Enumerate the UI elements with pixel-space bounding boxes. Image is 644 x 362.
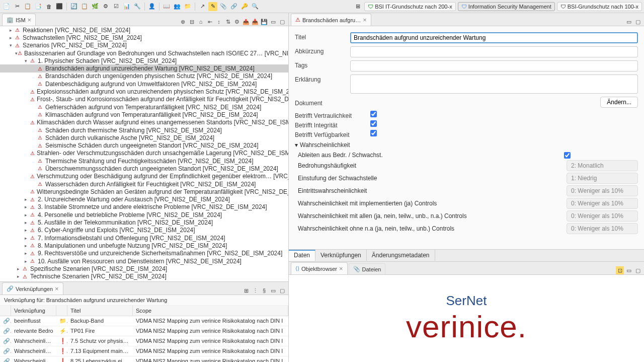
toolbar-icon[interactable]: ↗ xyxy=(198,2,207,11)
disclosure-icon[interactable]: ▸ xyxy=(23,220,29,225)
btab-daten[interactable]: Daten xyxy=(289,250,315,261)
toolbar-icon[interactable]: ⊞ xyxy=(242,286,250,295)
select-bedrohung[interactable]: 2: Monatlich xyxy=(567,160,638,171)
select-ohne[interactable]: 0: Weniger als 10% xyxy=(567,223,638,234)
table-row[interactable]: 🔗Wahrscheinlichk❗7.5 Schutz vor physisch… xyxy=(0,336,288,346)
close-icon[interactable]: × xyxy=(339,265,343,272)
select-einstufung[interactable]: 1: Niedrig xyxy=(567,173,638,184)
toolbar-icon[interactable]: § xyxy=(260,286,268,295)
toolbar-icon[interactable]: 📄 xyxy=(2,2,11,11)
toolbar-icon[interactable]: 📖 xyxy=(162,2,171,11)
editor-tab[interactable]: Brandschäden aufgru… × xyxy=(291,14,371,26)
tree-row[interactable]: ▸5. Ausfälle in der Telekommunikation [V… xyxy=(0,219,288,226)
perspective-bsi-100[interactable]: 🛡BSI-Grundschutz nach 100-x xyxy=(557,2,642,11)
disclosure-icon[interactable]: ▾ xyxy=(8,43,14,48)
disclosure-icon[interactable]: ▸ xyxy=(23,204,29,209)
table-row[interactable]: 🔗beeinflusst📁Backup-BandVDMA NIS2 Mappin… xyxy=(0,316,288,326)
btab-verknuepfungen[interactable]: Verknüpfungen xyxy=(315,250,367,261)
tree-row[interactable]: Brandschäden aufgrund unzureichender War… xyxy=(0,64,288,72)
tab-verknuepfungen[interactable]: 🔗Verknüpfungen × xyxy=(2,282,63,295)
tree-row[interactable]: ▸10. Ausfälle von Ressourcen und Dienstl… xyxy=(0,257,288,265)
table-row[interactable]: 🔗Wahrscheinlichk❗7.13 Equipment maintena… xyxy=(0,346,288,356)
tree-row[interactable]: Klimaschäden aufgrund von Temperaturanfä… xyxy=(0,111,288,118)
tree-row[interactable]: Datenbeschädigung aufgrund von Umweltfak… xyxy=(0,80,288,88)
toolbar-icon[interactable]: 🌿 xyxy=(91,2,100,11)
maximize-icon[interactable]: ▢ xyxy=(278,18,286,26)
tab-ism[interactable]: 🏢ISM × xyxy=(2,14,36,26)
tree-row[interactable]: Überschwemmungsschäden durch ungeeignete… xyxy=(0,165,288,172)
disclosure-icon[interactable]: ▾ xyxy=(23,58,29,63)
select-allen[interactable]: 0: Weniger als 10% xyxy=(567,210,638,222)
minimize-icon[interactable]: ▭ xyxy=(269,286,277,295)
disclosure-icon[interactable]: ▸ xyxy=(8,28,14,33)
tree-row[interactable]: Klimaschäden durch Wasser aufgrund eines… xyxy=(0,119,288,126)
maximize-icon[interactable]: ▢ xyxy=(634,18,642,26)
menu-icon[interactable]: ⚙ xyxy=(233,18,241,26)
perspective-switch-icon[interactable]: ⊞ xyxy=(353,2,362,11)
search-icon[interactable]: 🔍 xyxy=(251,2,260,11)
toolbar-icon[interactable]: ⋮ xyxy=(251,286,259,295)
attach-icon[interactable]: 📎 xyxy=(219,2,228,11)
tree-row[interactable]: ▸2. Unzureichende Wartung oder Austausch… xyxy=(0,196,288,203)
disclosure-icon[interactable]: ▸ xyxy=(23,212,29,218)
tree-row[interactable]: ▸8. Manipulationen und unbefugte Nutzung… xyxy=(0,242,288,249)
export-icon[interactable]: 📤 xyxy=(242,18,250,26)
toolbar-icon[interactable]: 🗑 xyxy=(44,2,53,11)
save-icon[interactable]: 💾 xyxy=(260,18,268,26)
perspective-ism[interactable]: 🛡Information Security Management xyxy=(458,2,555,11)
toolbar-icon[interactable]: ⬛ xyxy=(55,2,64,11)
checkbox-ableiten[interactable] xyxy=(564,152,571,159)
disclosure-icon[interactable]: ▸ xyxy=(15,274,21,279)
input-titel[interactable] xyxy=(350,32,638,43)
edit-icon[interactable]: ✎ xyxy=(208,2,217,11)
tree-row[interactable]: Explosionsschäden aufgrund von unzureich… xyxy=(0,88,288,95)
disclosure-icon[interactable]: ▸ xyxy=(8,35,14,40)
minimize-icon[interactable]: ▭ xyxy=(625,18,633,26)
input-tags[interactable] xyxy=(350,60,638,71)
refresh-icon[interactable]: 🔄 xyxy=(69,2,78,11)
section-wahrscheinlichkeit[interactable]: ▾Wahrscheinlichkeit xyxy=(295,141,638,149)
minimize-icon[interactable]: ▭ xyxy=(269,18,277,26)
del-icon[interactable]: ⊟ xyxy=(188,18,196,26)
perspective-bsi-200[interactable]: 🛡BSI IT-Grundschutz nach 200-x xyxy=(364,2,455,11)
disclosure-icon[interactable]: ▸ xyxy=(23,243,29,248)
select-eintritt[interactable]: 0: Weniger als 10% xyxy=(567,185,638,196)
disclosure-icon[interactable]: ▸ xyxy=(23,197,29,202)
maximize-icon[interactable]: ▢ xyxy=(278,286,286,295)
aendern-button[interactable]: Ändern... xyxy=(600,97,638,108)
select-implementiert[interactable]: 0: Weniger als 10% xyxy=(567,198,638,209)
tree-row[interactable]: ▸7. Informationsdiebstahl und Offenlegun… xyxy=(0,234,288,242)
tree-row[interactable]: ▸Reaktionen [VRC_NIS2_DE_ISM_2024] xyxy=(0,26,288,34)
toolbar-icon[interactable]: 👥 xyxy=(173,2,182,11)
tree-row[interactable]: Frost-, Staub- und Korrosionsschäden auf… xyxy=(0,96,288,103)
tree-row[interactable]: Schäden durch thermische Strahlung [VRC_… xyxy=(0,126,288,134)
disclosure-icon[interactable]: ▸ xyxy=(23,251,29,256)
disclosure-icon[interactable]: ▸ xyxy=(23,259,29,264)
close-icon[interactable]: × xyxy=(55,285,59,293)
maximize-icon[interactable]: ▢ xyxy=(634,266,642,274)
home-icon[interactable]: ⌂ xyxy=(197,18,205,26)
tab-objektbrowser[interactable]: ⟨⟩Objektbrowser× xyxy=(291,262,348,274)
tree-row[interactable]: Witterungsbedingte Schäden an Geräten au… xyxy=(0,188,288,195)
close-icon[interactable]: × xyxy=(363,16,367,24)
tree-row[interactable]: ▸6. Cyber-Angriffe und Exploits [VRC_NIS… xyxy=(0,227,288,234)
table-row[interactable]: 🔗relevante Bedro⚡TP01 FireVDMA NIS2 Mapp… xyxy=(0,326,288,336)
tree-row[interactable]: ▸4. Personelle und betriebliche Probleme… xyxy=(0,211,288,219)
toolbar-icon[interactable]: 📋 xyxy=(80,2,89,11)
tree-view[interactable]: ▸Reaktionen [VRC_NIS2_DE_ISM_2024]▸Schwa… xyxy=(0,26,288,281)
textarea-erklaerung[interactable] xyxy=(350,75,638,94)
disclosure-icon[interactable]: ▸ xyxy=(15,266,21,271)
disclosure-icon[interactable]: ▸ xyxy=(23,236,29,241)
toolbar-icon[interactable]: ✂ xyxy=(13,2,22,11)
tree-row[interactable]: Strahlen- oder Verschmutzungsschäden dur… xyxy=(0,150,288,157)
toolbar-icon[interactable]: ☑ xyxy=(112,2,121,11)
tree-row[interactable]: ▸Spezifische Szenarien [VRC_NIS2_DE_ISM_… xyxy=(0,265,288,272)
key-icon[interactable]: 🔑 xyxy=(240,2,249,11)
tree-row[interactable]: ▸3. Instabile Stromnetze und andere elek… xyxy=(0,203,288,211)
btab-metadaten[interactable]: Änderungsmetadaten xyxy=(367,250,435,261)
toolbar-icon[interactable]: 🔧 xyxy=(133,2,142,11)
toolbar-icon[interactable]: ⊡ xyxy=(616,266,624,274)
close-icon[interactable]: × xyxy=(28,16,32,24)
toolbar-icon[interactable]: ⚙ xyxy=(101,2,110,11)
tree-row[interactable]: ▸Schwachstellen [VRC_NIS2_DE_ISM_2024] xyxy=(0,34,288,41)
